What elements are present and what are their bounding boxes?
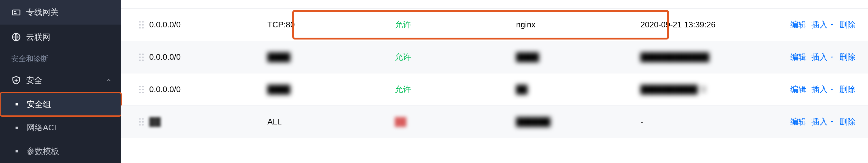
bullet-icon <box>16 103 18 105</box>
ccn-icon <box>11 32 26 42</box>
cell-ops: 编辑 插入 删除 <box>771 84 856 95</box>
svg-point-4 <box>139 24 141 26</box>
sidebar-item-label: 云联网 <box>26 32 50 43</box>
edit-link[interactable]: 编辑 <box>790 84 806 95</box>
sidebar-item-param-template[interactable]: 参数模板 <box>0 140 121 163</box>
sidebar-item-label: 网络ACL <box>27 122 59 133</box>
rules-table: 0.0.0.0/0 TCP:80 允许 nginx 2020-09-21 13:… <box>121 0 868 163</box>
sidebar-section-label: 安全和诊断 <box>0 50 121 68</box>
table-row: ██ ALL ██ ██████ - 编辑 插入 删除 <box>121 106 868 138</box>
svg-point-7 <box>142 27 144 29</box>
svg-point-9 <box>142 54 144 55</box>
cell-time: - <box>641 117 771 127</box>
svg-point-8 <box>139 54 141 55</box>
cell-protocol: TCP:80 <box>267 20 395 30</box>
cell-note: ██ <box>516 85 641 94</box>
sidebar-item-label: 安全 <box>26 75 42 86</box>
svg-point-16 <box>139 89 141 90</box>
cell-policy: 允许 <box>395 84 516 95</box>
drag-handle-icon[interactable] <box>134 53 149 61</box>
svg-point-22 <box>139 121 141 123</box>
drag-handle-icon[interactable] <box>134 21 149 29</box>
cell-protocol: ALL <box>267 117 395 127</box>
cell-protocol: ████ <box>267 52 395 62</box>
svg-point-10 <box>139 56 141 58</box>
insert-dropdown[interactable]: 插入 <box>811 19 834 30</box>
cell-policy: ██ <box>395 117 516 127</box>
chevron-up-icon <box>106 77 112 83</box>
sidebar: 专线网关 云联网 安全和诊断 安全 安全组 网络ACL <box>0 0 121 163</box>
svg-point-25 <box>142 124 144 126</box>
svg-point-24 <box>139 124 141 126</box>
table-header <box>121 0 868 9</box>
cell-source: 0.0.0.0/0 <box>149 20 267 30</box>
sidebar-item-security[interactable]: 安全 <box>0 68 121 92</box>
svg-point-3 <box>142 21 144 23</box>
cell-time: ████████████ <box>641 52 771 62</box>
cell-protocol: ████ <box>267 85 395 94</box>
bullet-icon <box>16 150 18 153</box>
delete-link[interactable]: 删除 <box>839 84 856 95</box>
svg-point-2 <box>139 21 141 23</box>
cell-policy: 允许 <box>395 52 516 62</box>
cell-source: 0.0.0.0/0 <box>149 85 267 94</box>
gateway-icon <box>11 7 26 18</box>
cell-source: 0.0.0.0/0 <box>149 52 267 62</box>
sidebar-item-label: 安全组 <box>27 99 51 110</box>
delete-link[interactable]: 删除 <box>839 19 856 30</box>
sidebar-item-label: 参数模板 <box>27 146 59 157</box>
svg-point-6 <box>139 27 141 29</box>
delete-link[interactable]: 删除 <box>839 52 856 62</box>
sidebar-item-gateway[interactable]: 专线网关 <box>0 0 121 25</box>
cell-ops: 编辑 插入 删除 <box>771 19 856 30</box>
cell-ops: 编辑 插入 删除 <box>771 116 856 127</box>
table-row: 0.0.0.0/0 ████ 允许 ██ ██████████ '2 编辑 插入… <box>121 74 868 106</box>
drag-handle-icon[interactable] <box>134 118 149 126</box>
svg-point-14 <box>139 86 141 87</box>
cell-policy: 允许 <box>395 19 516 30</box>
edit-link[interactable]: 编辑 <box>790 19 806 30</box>
sidebar-item-security-group[interactable]: 安全组 <box>0 93 121 116</box>
svg-point-5 <box>142 24 144 26</box>
delete-link[interactable]: 删除 <box>839 116 856 127</box>
svg-point-13 <box>142 59 144 61</box>
edit-link[interactable]: 编辑 <box>790 116 806 127</box>
cell-note: ████ <box>516 52 641 62</box>
cell-note: ██████ <box>516 117 641 127</box>
cell-time: 2020-09-21 13:39:26 <box>641 20 771 30</box>
svg-point-23 <box>142 121 144 123</box>
svg-point-18 <box>139 92 141 93</box>
sidebar-item-ccn[interactable]: 云联网 <box>0 25 121 49</box>
sidebar-item-acl[interactable]: 网络ACL <box>0 116 121 139</box>
insert-dropdown[interactable]: 插入 <box>811 52 834 62</box>
svg-rect-0 <box>12 10 20 15</box>
insert-dropdown[interactable]: 插入 <box>811 116 834 127</box>
shield-icon <box>11 75 26 85</box>
cell-time: ██████████ '2 <box>641 85 771 94</box>
edit-link[interactable]: 编辑 <box>790 52 806 62</box>
cell-note: nginx <box>516 20 641 30</box>
table-row: 0.0.0.0/0 TCP:80 允许 nginx 2020-09-21 13:… <box>121 9 868 41</box>
svg-point-19 <box>142 92 144 93</box>
svg-point-15 <box>142 86 144 87</box>
bullet-icon <box>16 127 18 129</box>
svg-point-21 <box>142 118 144 120</box>
svg-point-11 <box>142 56 144 58</box>
svg-point-17 <box>142 89 144 90</box>
cell-source: ██ <box>149 117 267 127</box>
sidebar-item-label: 专线网关 <box>26 7 58 18</box>
cell-ops: 编辑 插入 删除 <box>771 52 856 62</box>
table-row: 0.0.0.0/0 ████ 允许 ████ ████████████ 编辑 插… <box>121 41 868 74</box>
svg-point-20 <box>139 118 141 120</box>
drag-handle-icon[interactable] <box>134 85 149 93</box>
insert-dropdown[interactable]: 插入 <box>811 84 834 95</box>
svg-point-12 <box>139 59 141 61</box>
